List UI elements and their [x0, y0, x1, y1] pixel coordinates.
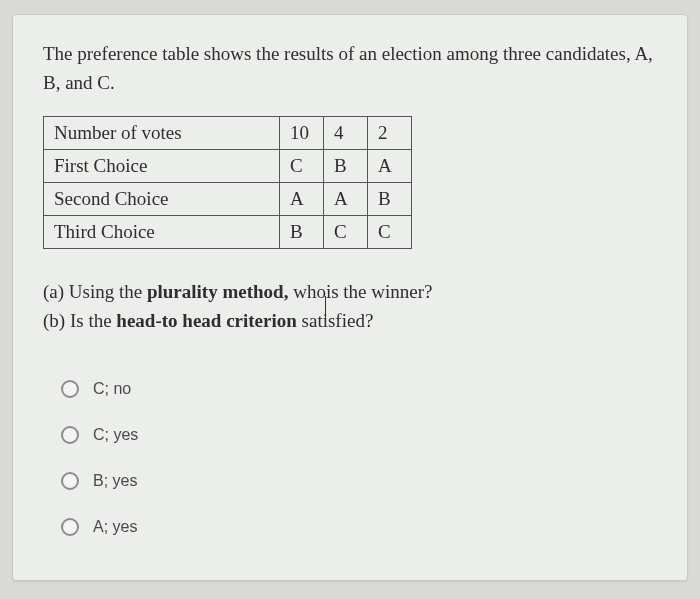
table-row: Third Choice B C C — [44, 215, 412, 248]
question-b: (b) Is the head-to head criterion satisf… — [43, 306, 657, 335]
answer-options: C; no C; yes B; yes A; yes — [43, 366, 657, 550]
text: is the winner? — [326, 281, 433, 302]
text: satisfied? — [297, 310, 374, 331]
option-label: C; no — [93, 380, 131, 398]
row-label: Number of votes — [44, 116, 280, 149]
table-row: First Choice C B A — [44, 149, 412, 182]
intro-text: The preference table shows the results o… — [43, 39, 657, 98]
cell: 4 — [324, 116, 368, 149]
cell: C — [324, 215, 368, 248]
option-label: A; yes — [93, 518, 137, 536]
cell: C — [280, 149, 324, 182]
table-row: Number of votes 10 4 2 — [44, 116, 412, 149]
cell: B — [280, 215, 324, 248]
option-label: C; yes — [93, 426, 138, 444]
text-bold: head-to head criterion — [116, 310, 296, 331]
option-c-no[interactable]: C; no — [61, 366, 657, 412]
cell: C — [368, 215, 412, 248]
text: who — [288, 281, 325, 302]
radio-icon — [61, 518, 79, 536]
text: (a) Using the — [43, 281, 147, 302]
cell: A — [324, 182, 368, 215]
option-b-yes[interactable]: B; yes — [61, 458, 657, 504]
radio-icon — [61, 380, 79, 398]
option-label: B; yes — [93, 472, 137, 490]
cell: A — [368, 149, 412, 182]
option-c-yes[interactable]: C; yes — [61, 412, 657, 458]
radio-icon — [61, 426, 79, 444]
row-label: Third Choice — [44, 215, 280, 248]
radio-icon — [61, 472, 79, 490]
table-row: Second Choice A A B — [44, 182, 412, 215]
row-label: First Choice — [44, 149, 280, 182]
row-label: Second Choice — [44, 182, 280, 215]
text-bold: plurality method, — [147, 281, 288, 302]
question-card: The preference table shows the results o… — [12, 14, 688, 581]
cell: 2 — [368, 116, 412, 149]
cell: 10 — [280, 116, 324, 149]
cell: B — [324, 149, 368, 182]
question-a: (a) Using the plurality method, whois th… — [43, 277, 657, 306]
subquestions: (a) Using the plurality method, whois th… — [43, 277, 657, 336]
cell: B — [368, 182, 412, 215]
preference-table: Number of votes 10 4 2 First Choice C B … — [43, 116, 412, 249]
cell: A — [280, 182, 324, 215]
option-a-yes[interactable]: A; yes — [61, 504, 657, 550]
text: (b) Is the — [43, 310, 116, 331]
